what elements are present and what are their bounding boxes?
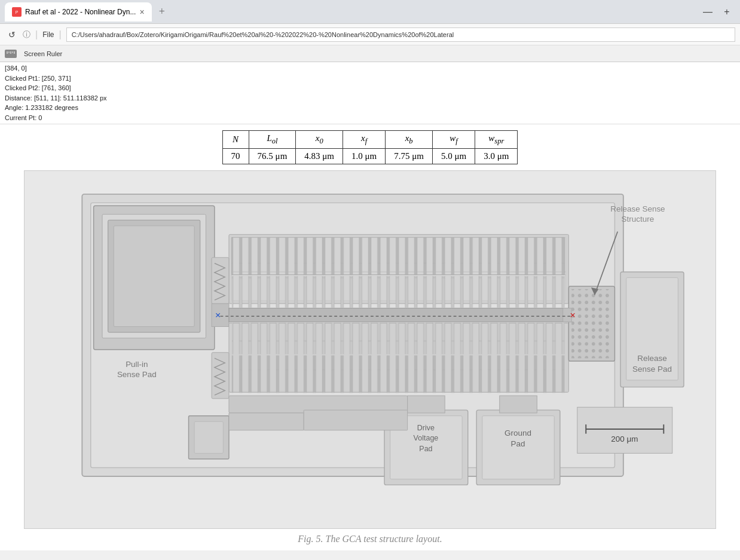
svg-text:Pad: Pad (511, 439, 525, 448)
separator2: | (59, 29, 62, 40)
cell-xb: 7.75 μm (386, 149, 433, 164)
cell-Lol: 76.5 μm (249, 149, 296, 164)
svg-text:Sense Pad: Sense Pad (632, 365, 672, 374)
figure-container: // Rendered inline via static rects belo… (24, 170, 716, 529)
cell-x0: 4.83 μm (296, 149, 343, 164)
angle-display: Angle: 1.233182 degrees (5, 103, 735, 113)
comb-fingers-lower-fixed (232, 356, 565, 393)
svg-text:×: × (570, 310, 576, 321)
svg-text:×: × (215, 310, 221, 321)
svg-text:Drive: Drive (417, 424, 435, 432)
col-header-Lol: Lol (249, 131, 296, 149)
svg-text:P: P (16, 10, 19, 14)
svg-text:Release Sense: Release Sense (610, 204, 665, 213)
clicked-pt1: Clicked Pt1: [250, 371] (5, 74, 735, 84)
svg-rect-21 (232, 237, 565, 275)
cell-wspr: 3.0 μm (475, 149, 518, 164)
ruler-icon (5, 50, 17, 58)
current-pt-display: Current Pt: 0 (5, 113, 735, 123)
col-header-xf: xf (343, 131, 386, 149)
refresh-icon: ↺ (8, 30, 16, 39)
svg-rect-35 (212, 258, 229, 304)
maximize-button[interactable]: + (718, 4, 735, 20)
svg-text:Sense Pad: Sense Pad (117, 370, 157, 379)
svg-text:Release: Release (637, 354, 666, 363)
svg-rect-26 (232, 323, 565, 354)
ruler-info-panel: [384, 0] Clicked Pt1: [250, 371] Clicked… (0, 62, 740, 124)
main-content: N Lol x0 xf xb wf wspr 70 76.5 μm 4.83 μ… (0, 124, 740, 550)
col-header-xb: xb (386, 131, 433, 149)
table-row: 70 76.5 μm 4.83 μm 1.0 μm 7.75 μm 5.0 μm… (222, 149, 518, 164)
cell-xf: 1.0 μm (343, 149, 386, 164)
browser-toolbar: ↺ ⓘ | File | (0, 24, 740, 45)
minimize-button[interactable]: — (699, 4, 716, 20)
col-header-wspr: wspr (475, 131, 518, 149)
info-icon: ⓘ (23, 29, 30, 40)
browser-tab-bar: P Rauf et al - 2022 - Nonlinear Dyn... ×… (0, 0, 740, 24)
tab-close-button[interactable]: × (139, 7, 144, 17)
svg-rect-44 (500, 396, 537, 413)
distance-display: Distance: [511, 11]: 511.118382 px (5, 93, 735, 103)
new-tab-button[interactable]: + (157, 5, 167, 18)
svg-rect-13 (114, 226, 194, 327)
col-header-wf: wf (432, 131, 475, 149)
comb-fingers-upper-movable (232, 276, 565, 308)
cell-N: 70 (222, 149, 249, 164)
tab-icon: P (12, 7, 22, 17)
file-label: File (42, 30, 54, 39)
col-header-x0: x0 (296, 131, 343, 149)
clicked-pt2: Clicked Pt2: [761, 360] (5, 83, 735, 93)
svg-rect-28 (232, 356, 565, 393)
window-controls: — + (699, 4, 735, 20)
browser-tab[interactable]: P Rauf et al - 2022 - Nonlinear Dyn... × (5, 2, 152, 22)
svg-text:200 μm: 200 μm (611, 434, 638, 443)
svg-rect-67 (229, 413, 304, 430)
svg-text:Pull-in: Pull-in (126, 360, 148, 369)
address-bar[interactable] (66, 27, 735, 42)
ruler-bar: Screen Ruler (0, 45, 740, 62)
svg-rect-45 (577, 407, 672, 453)
svg-rect-31 (571, 289, 611, 359)
svg-text:Ground: Ground (504, 429, 531, 438)
caption-text: Fig. 5. The GCA test structure layout. (298, 534, 442, 544)
comb-fingers-lower-movable (232, 323, 565, 354)
comb-fingers-upper-fixed (232, 237, 565, 275)
svg-text:Voltage: Voltage (414, 434, 439, 442)
svg-rect-36 (212, 353, 229, 399)
device-svg: // Rendered inline via static rects belo… (25, 171, 715, 528)
svg-rect-68 (304, 410, 407, 430)
svg-rect-15 (229, 308, 568, 322)
refresh-button[interactable]: ↺ (5, 27, 19, 42)
coords-display: [384, 0] (5, 63, 735, 74)
svg-rect-41 (408, 396, 445, 413)
separator: | (35, 29, 38, 40)
ruler-app-name: Screen Ruler (24, 50, 62, 57)
svg-text:Pad: Pad (419, 445, 432, 453)
svg-text:Structure: Structure (622, 215, 655, 224)
data-table: N Lol x0 xf xb wf wspr 70 76.5 μm 4.83 μ… (222, 130, 518, 164)
col-header-N: N (222, 131, 249, 149)
cell-wf: 5.0 μm (432, 149, 475, 164)
tab-label: Rauf et al - 2022 - Nonlinear Dyn... (25, 8, 136, 16)
figure-caption: Fig. 5. The GCA test structure layout. (12, 534, 728, 544)
svg-rect-38 (194, 421, 223, 453)
svg-rect-23 (232, 276, 565, 308)
